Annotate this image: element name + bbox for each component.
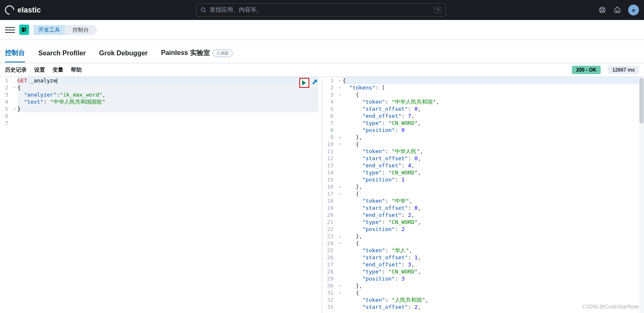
response-scrollbar[interactable] — [639, 77, 644, 313]
global-search[interactable]: 查找应用、内容等。 ^/ — [196, 3, 446, 17]
tab-search-profiler[interactable]: Search Profiler — [38, 45, 86, 61]
brand-logo[interactable]: elastic — [5, 5, 193, 15]
elastic-logo-icon — [3, 3, 16, 16]
request-code[interactable]: GET _analyze { "analyzer":"ik_max_word",… — [18, 77, 322, 313]
help-link[interactable]: 帮助 — [71, 66, 82, 74]
request-pane[interactable]: 1234567 ▾▴ GET _analyze { "analyzer":"ik… — [0, 77, 322, 313]
nav-toggle-icon[interactable] — [5, 25, 15, 35]
response-gutter: 1234567891011121314151617181920212223242… — [322, 77, 337, 313]
status-badge: 200 - OK — [572, 66, 601, 74]
run-request-button[interactable] — [299, 78, 309, 88]
svg-line-1 — [205, 11, 206, 13]
editor-split: 1234567 ▾▴ GET _analyze { "analyzer":"ik… — [0, 77, 644, 313]
response-code[interactable]: { "tokens": [ { "token": "中华人民共和国", "sta… — [343, 77, 644, 313]
user-avatar[interactable]: e — [628, 5, 639, 15]
breadcrumb-bar: 默 开发工具 控制台 — [0, 20, 644, 40]
tab-painless-lab[interactable]: Painless 实验室 公测版 — [161, 45, 232, 62]
watermark: CSDN @CodeStarNote — [582, 303, 639, 310]
tab-console[interactable]: 控制台 — [5, 45, 25, 62]
request-fold-gutter: ▾▴ — [12, 77, 18, 313]
request-gutter: 1234567 — [0, 77, 12, 313]
history-link[interactable]: 历史记录 — [5, 66, 27, 74]
variables-link[interactable]: 变量 — [53, 66, 63, 74]
newsfeed-icon[interactable] — [613, 6, 621, 14]
request-options-icon[interactable] — [312, 79, 319, 87]
response-editor[interactable]: 1234567891011121314151617181920212223242… — [322, 77, 644, 313]
tool-tabs: 控制台 Search Profiler Grok Debugger Painle… — [0, 43, 644, 63]
breadcrumb-console: 控制台 — [65, 25, 94, 35]
play-icon — [302, 80, 306, 85]
response-scroll-thumb[interactable] — [639, 78, 644, 124]
help-icon[interactable] — [598, 6, 606, 14]
svg-point-3 — [601, 9, 604, 11]
console-toolbar: 历史记录 设置 变量 帮助 200 - OK 12667 ms — [0, 63, 644, 77]
tab-grok-debugger[interactable]: Grok Debugger — [99, 45, 148, 61]
request-editor[interactable]: 1234567 ▾▴ GET _analyze { "analyzer":"ik… — [0, 77, 322, 313]
search-kbd-hint: ^/ — [434, 7, 441, 13]
top-header: elastic 查找应用、内容等。 ^/ e — [0, 0, 644, 20]
response-fold-gutter: ▾▾▾▴▾▴▾▴▾▴▾ — [337, 77, 343, 313]
timing-badge: 12667 ms — [608, 66, 639, 74]
svg-point-0 — [201, 8, 205, 12]
settings-link[interactable]: 设置 — [34, 66, 45, 74]
search-icon — [200, 7, 206, 13]
breadcrumb-devtools[interactable]: 开发工具 — [33, 25, 65, 35]
beta-badge: 公测版 — [213, 50, 233, 57]
brand-label: elastic — [18, 6, 41, 15]
header-actions: e — [598, 5, 639, 15]
response-pane: 1234567891011121314151617181920212223242… — [322, 77, 644, 313]
deployment-badge[interactable]: 默 — [19, 25, 29, 35]
search-placeholder: 查找应用、内容等。 — [210, 6, 262, 14]
